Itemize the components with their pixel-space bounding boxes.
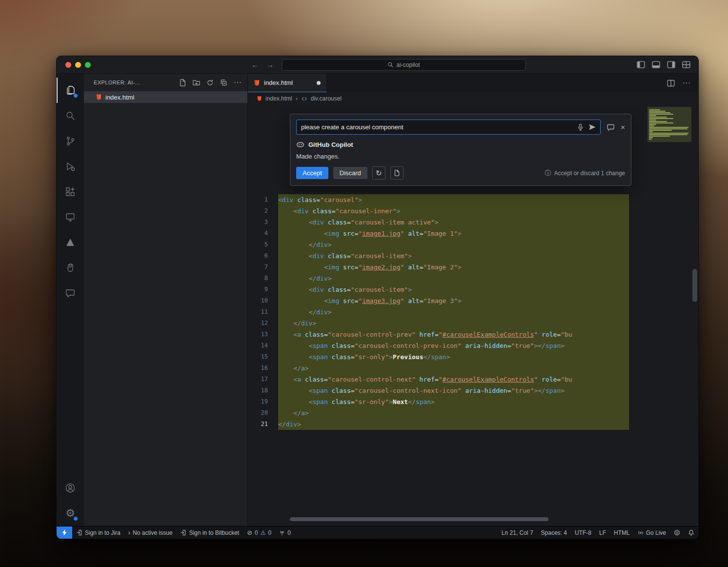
copilot-input[interactable] — [301, 123, 572, 131]
code-line[interactable]: 2 <div class="carousel-inner"> — [248, 205, 698, 217]
account-icon — [65, 483, 76, 493]
tab-label: index.html — [264, 79, 293, 86]
go-live-item[interactable]: Go Live — [634, 526, 670, 539]
jira-signin-item[interactable]: Sign in to Jira — [72, 526, 124, 539]
toggle-sidebar-icon[interactable] — [637, 61, 645, 68]
activity-chat[interactable] — [57, 281, 84, 306]
command-center-search[interactable]: ai-copilot — [282, 59, 526, 71]
file-item-index-html[interactable]: index.html — [84, 91, 247, 103]
code-line[interactable]: 14 <span class="carousel-control-prev-ic… — [248, 340, 698, 351]
bell-icon — [688, 529, 694, 536]
minimap-line — [649, 122, 673, 123]
report-issue-button[interactable] — [390, 166, 404, 180]
code-line[interactable]: 1<div class="carousel"> — [248, 194, 698, 205]
activity-remote-explorer[interactable] — [57, 204, 84, 230]
cursor-position[interactable]: Ln 21, Col 7 — [498, 526, 537, 539]
open-in-chat-icon[interactable] — [607, 123, 614, 131]
collapse-all-icon[interactable] — [220, 79, 227, 86]
activity-explorer[interactable] — [57, 78, 84, 103]
activity-extensions[interactable] — [57, 179, 84, 204]
code-line[interactable]: 19 <span class="sr-only">Next</span> — [248, 396, 698, 407]
run-debug-icon — [65, 161, 76, 172]
encoding[interactable]: UTF-8 — [571, 526, 595, 539]
eol-sequence[interactable]: LF — [595, 526, 610, 539]
accept-button[interactable]: Accept — [296, 167, 328, 179]
minimap[interactable] — [647, 107, 691, 142]
breadcrumb-symbol[interactable]: div.carousel — [311, 95, 342, 102]
modified-dot-icon[interactable] — [317, 81, 321, 85]
code-line[interactable]: 18 <span class="carousel-control-next-ic… — [248, 385, 698, 396]
code-line[interactable]: 7 <img src="image2.jpg" alt="Image 2"> — [248, 262, 698, 273]
code-line[interactable]: 13 <a class="carousel-control-prev" href… — [248, 329, 698, 340]
breadcrumb-file[interactable]: index.html — [265, 95, 292, 102]
code-line[interactable]: 20 </a> — [248, 407, 698, 419]
line-number: 13 — [248, 329, 278, 340]
copilot-input-field[interactable] — [296, 120, 601, 135]
language-mode[interactable]: HTML — [610, 526, 634, 539]
feedback-item[interactable] — [670, 526, 684, 539]
explorer-title: EXPLORER: AI-... — [94, 80, 179, 85]
code-line[interactable]: 12 </div> — [248, 318, 698, 329]
customize-layout-icon[interactable] — [682, 61, 690, 68]
code-line[interactable]: 5 </div> — [248, 239, 698, 250]
code-line[interactable]: 8 </div> — [248, 273, 698, 284]
code-line[interactable]: 10 <img src="image3.jpg" alt="Image 3"> — [248, 295, 698, 306]
activity-run-debug[interactable] — [57, 154, 84, 179]
new-folder-icon[interactable] — [193, 79, 200, 86]
code-line[interactable]: 6 <div class="carousel-item"> — [248, 250, 698, 262]
warning-icon: ⚠ — [261, 530, 266, 536]
code-line[interactable]: 15 <span class="sr-only">Previous</span> — [248, 351, 698, 363]
discard-button[interactable]: Discard — [333, 167, 367, 179]
extensions-icon — [65, 186, 76, 197]
minimize-window-button[interactable] — [75, 62, 81, 68]
minimap-line — [649, 134, 688, 135]
line-number: 4 — [248, 228, 278, 239]
horizontal-scrollbar[interactable] — [290, 517, 548, 521]
ports-item[interactable]: 0 — [275, 526, 295, 539]
activity-search[interactable] — [57, 103, 84, 128]
code-line[interactable]: 4 <img src="image1.jpg" alt="Image 1"> — [248, 228, 698, 239]
copilot-hint-text: Accept or discard 1 change — [554, 170, 625, 177]
activity-settings[interactable]: ⚙ — [57, 501, 84, 526]
rerun-request-button[interactable]: ↻ — [372, 166, 385, 180]
editor-more-actions-icon[interactable]: ··· — [683, 79, 690, 87]
active-issue-item[interactable]: › No active issue — [124, 526, 177, 539]
code-line[interactable]: 16 </a> — [248, 363, 698, 374]
bitbucket-signin-item[interactable]: Sign in to Bitbucket — [176, 526, 243, 539]
notifications-item[interactable] — [684, 526, 698, 539]
copilot-logo-icon — [296, 141, 304, 148]
activity-accounts[interactable] — [57, 475, 84, 501]
refresh-icon: ↻ — [376, 169, 382, 177]
activity-azure[interactable] — [57, 230, 84, 255]
problems-item[interactable]: ⊘ 0 ⚠ 0 — [243, 526, 275, 539]
forward-icon[interactable]: → — [266, 61, 274, 69]
split-editor-icon[interactable] — [667, 80, 675, 87]
tab-index-html[interactable]: index.html — [248, 74, 327, 92]
vertical-scrollbar[interactable] — [692, 269, 697, 302]
send-icon[interactable] — [588, 123, 596, 131]
refresh-icon[interactable] — [206, 79, 214, 86]
code-editor[interactable]: 1<div class="carousel">2 <div class="car… — [248, 194, 698, 430]
toggle-secondary-sidebar-icon[interactable] — [667, 61, 675, 68]
toggle-panel-icon[interactable] — [652, 61, 660, 68]
new-file-icon[interactable] — [179, 79, 186, 86]
more-actions-icon[interactable]: ··· — [234, 78, 242, 87]
zoom-window-button[interactable] — [85, 62, 91, 68]
activity-hand-extension[interactable] — [57, 255, 84, 281]
close-icon[interactable]: × — [621, 123, 625, 131]
code-line[interactable]: 11 </div> — [248, 306, 698, 318]
back-icon[interactable]: ← — [251, 61, 259, 69]
html-file-icon — [254, 80, 260, 86]
code-line[interactable]: 9 <div class="carousel-item"> — [248, 284, 698, 295]
microphone-icon[interactable] — [577, 123, 584, 131]
search-icon — [65, 110, 76, 121]
indentation[interactable]: Spaces: 4 — [537, 526, 571, 539]
activity-source-control[interactable] — [57, 128, 84, 154]
line-number: 14 — [248, 340, 278, 351]
code-line[interactable]: 3 <div class="carousel-item active"> — [248, 217, 698, 228]
symbol-element-icon — [301, 96, 307, 102]
code-line[interactable]: 17 <a class="carousel-control-next" href… — [248, 374, 698, 385]
remote-indicator[interactable] — [57, 526, 72, 539]
close-window-button[interactable] — [65, 62, 71, 68]
code-line[interactable]: 21</div> — [248, 419, 698, 430]
